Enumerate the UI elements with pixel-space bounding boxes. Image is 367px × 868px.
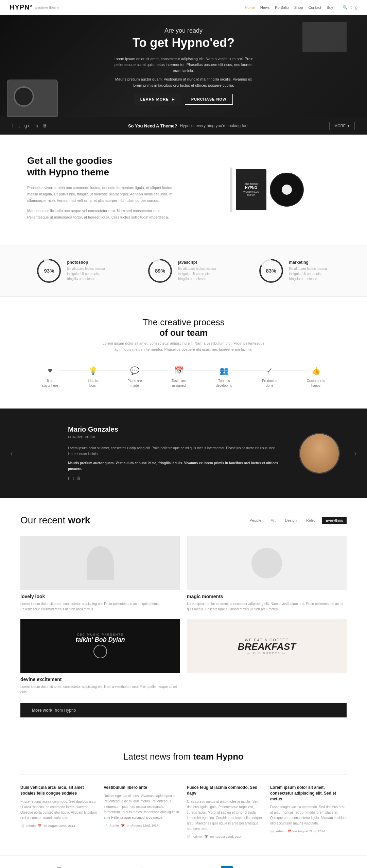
goodies-para1: Phasellus viverra, nibh nec commodo luct…	[27, 185, 173, 204]
process-title: The creative process of our team	[27, 317, 340, 338]
step-customer: 👍 Customer ishappy	[307, 366, 325, 388]
blog-post-1-date: on August 22nd, 2014	[43, 824, 75, 828]
product-line	[230, 168, 232, 212]
step-starts-here: ♥ It allstarts here	[42, 366, 58, 388]
portfolio-item-3: CBC MUSIC PRESENTS talkin' Bob Dylan dev…	[20, 619, 180, 695]
link-icon[interactable]: 🔗	[102, 559, 109, 567]
testimonial-facebook-icon[interactable]: f	[68, 476, 69, 481]
linkedin-footer-icon[interactable]: in	[221, 866, 233, 868]
blog-author-icon-3: 📄	[187, 835, 191, 838]
testimonial-prev-button[interactable]: ‹	[10, 449, 13, 458]
testimonial-role: creative editor	[68, 434, 279, 439]
footer-social-bar: 𝔹ℯ 🐦 in ▶	[0, 855, 367, 868]
goodies-title: Get all the goodies with Hypno theme	[27, 155, 173, 178]
calendar-icon-2: 📅	[121, 824, 125, 827]
blog-post-4: Lorem ipsum dolor sit amet, consectetur …	[270, 785, 347, 838]
blog-post-3-title: Fusce feugiat lacinia commodo, Sed dapv	[187, 785, 263, 796]
testimonial-next-button[interactable]: ›	[354, 449, 357, 458]
nav-link-shop[interactable]: Shop	[294, 5, 303, 10]
social-bar-sub: Hypno's everything you're looking for!	[180, 123, 247, 128]
twitter-bar-icon[interactable]: t	[18, 123, 20, 128]
nav-link-news[interactable]: News	[260, 5, 270, 10]
goodies-section: Get all the goodies with Hypno theme Pha…	[0, 135, 367, 245]
product-disc	[270, 173, 304, 207]
googleplus-bar-icon[interactable]: g+	[24, 123, 30, 128]
zoom-icon-2[interactable]: 🔍	[258, 559, 265, 567]
process-desc: Lorem ipsum dolor sit amet, consectetur …	[102, 340, 265, 353]
portfolio-item-4: WE EAT & COFFEE BREAKFAST — THE SHOPPE —	[187, 619, 347, 695]
blog-post-3-body: Cras cursus metus ut arcu molestie iacul…	[187, 799, 263, 832]
portfolio-title: Our recent work	[20, 515, 90, 526]
calendar-icon: 📅	[174, 366, 184, 375]
learn-more-button[interactable]: LEARN MORE	[134, 94, 181, 105]
goodies-para2: Maecenas sollicitudin nec neque vel cons…	[27, 208, 173, 220]
nav-logo: HYPNo	[10, 3, 32, 11]
behance-bar-icon[interactable]: 𝔹	[43, 123, 47, 128]
blog-post-4-date: on August 22nd, 2014	[293, 830, 325, 833]
step-team: 👥 Team isdeveloping	[216, 366, 232, 388]
twitter-footer-icon[interactable]: 🐦	[139, 866, 150, 868]
nav-link-contact[interactable]: Contact	[308, 5, 321, 10]
filter-art[interactable]: Art	[268, 517, 278, 524]
step-idea: 💡 Idea isborn	[88, 366, 98, 388]
calendar-icon-3: 📅	[204, 835, 208, 838]
link-icon-2[interactable]: 🔗	[268, 559, 276, 567]
step-product: ✓ Product isdone	[262, 366, 277, 388]
testimonial-behance-icon[interactable]: 𝔹	[77, 476, 81, 481]
blog-post-4-title: Lorem ipsum dolor sit amet, consectetur …	[270, 785, 347, 802]
blog-post-4-body: Fusce feugiat lacinia commodo. Sed dapib…	[270, 804, 347, 826]
filter-design[interactable]: Design	[282, 517, 299, 524]
blog-post-3-date: on August 22nd, 2014	[210, 835, 242, 838]
portfolio-item-2-desc: Lorem ipsum dolor sit amet, consectetur …	[187, 601, 347, 612]
search-icon[interactable]: 🔍	[343, 5, 348, 10]
calendar-icon-1: 📅	[38, 824, 41, 828]
social-bar-question: So You Need A Theme?	[128, 123, 177, 128]
more-button[interactable]: MORE ▾	[329, 122, 355, 130]
nav-link-buy[interactable]: Buy	[327, 5, 333, 10]
blog-post-2-date: on August 22nd, 2014	[127, 824, 158, 827]
hero-subtitle: Are you ready	[112, 27, 255, 34]
calendar-icon-4: 📅	[287, 830, 291, 833]
purchase-now-button[interactable]: PURCHASE NOW	[185, 94, 233, 105]
portfolio-item-3-desc: Lorem ipsum dolor sit amet, consectetur …	[20, 684, 180, 695]
youtube-footer-icon[interactable]: ▶	[304, 866, 311, 868]
facebook-icon[interactable]: f	[12, 123, 14, 128]
skill-photoshop-desc: Eu aliquam lectus massa in ligula. Ut pu…	[67, 266, 108, 281]
blog-post-1-body: Fusce feugiat lacinia commodo. Sed dapib…	[20, 799, 97, 821]
skills-section: 93% photoshop Eu aliquam lectus massa in…	[0, 245, 367, 297]
nav-tagline: creative theme	[35, 5, 59, 10]
nav-link-portfolio[interactable]: Portfolio	[275, 5, 289, 10]
blog-author-icon-2: 📄	[104, 824, 107, 827]
zoom-icon[interactable]: 🔍	[91, 559, 99, 567]
portfolio-item-1: 🔍 🔗 lovely look Lorem ipsum dolor sit am…	[20, 536, 180, 612]
filter-retro[interactable]: Retro	[303, 517, 318, 524]
hero-section: Are you ready To get Hypno'ed? Lorem ips…	[0, 15, 367, 117]
blog-post-1-author: Admin	[26, 824, 36, 828]
testimonial-name: Mario Gonzales	[68, 426, 279, 433]
process-section: The creative process of our team Lorem i…	[0, 297, 367, 409]
hero-para1: Lorem ipsum dolor sit amet, consectetur …	[112, 56, 255, 74]
twitter-icon[interactable]: 𝕥	[350, 5, 352, 10]
google-plus-icon[interactable]: g	[355, 5, 357, 10]
blog-post-1-title: Duis vehicula arcu arcu, sit amet sodale…	[20, 785, 97, 796]
speech-bubble-icon: 💬	[130, 366, 139, 375]
nav-link-home[interactable]: Home	[245, 5, 255, 10]
more-work-bar[interactable]: More work from Hypno	[20, 703, 347, 717]
testimonial-avatar	[299, 433, 340, 474]
testimonial-twitter-icon[interactable]: t	[73, 476, 74, 481]
team-icon: 👥	[220, 366, 229, 375]
filter-people[interactable]: People	[247, 517, 264, 524]
filter-everything[interactable]: Everything	[322, 517, 347, 524]
step-tasks: 📅 Tasks areassigned	[172, 366, 186, 388]
skill-marketing-desc: Eu aliquam lectus massa in ligula. Ut pu…	[289, 266, 330, 281]
blog-post-3: Fusce feugiat lacinia commodo, Sed dapv …	[187, 785, 263, 838]
blog-post-1: Duis vehicula arcu arcu, sit amet sodale…	[20, 785, 97, 838]
thumbsup-icon: 👍	[311, 366, 320, 375]
skill-javascript-desc: Eu aliquam lectus massa in ligula. Ut pu…	[178, 266, 219, 281]
product-box: CBC MUSIC HYPNO WORDPRESS THEME	[236, 169, 266, 210]
behance-footer-icon[interactable]: 𝔹ℯ	[56, 866, 68, 868]
more-work-label: More work from Hypno	[32, 708, 76, 713]
blog-title: Latest news from team Hypno	[20, 751, 347, 762]
heart-icon: ♥	[48, 366, 52, 375]
linkedin-bar-icon[interactable]: in	[35, 123, 38, 128]
